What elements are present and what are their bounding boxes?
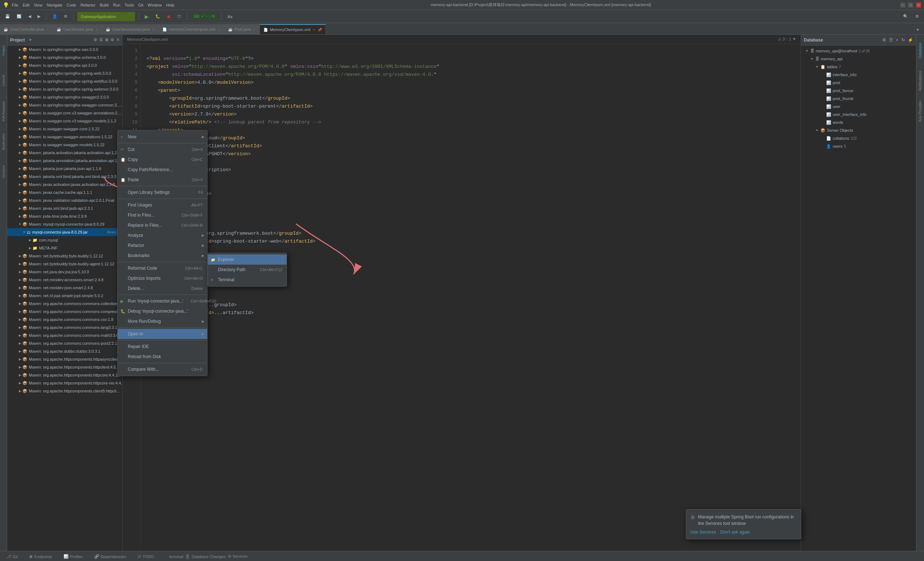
menu-item-reloaddisk[interactable]: Reload from Disk [118,352,207,362]
db-item-user-interface[interactable]: 📊 user_interface_info [801,111,916,118]
tab-close-5[interactable]: ✕ [253,27,256,32]
db-icon-list[interactable]: ☰ [889,38,893,43]
bottom-tab-profiler[interactable]: 📊 Profiler [60,552,86,561]
db-icon-refresh[interactable]: ↻ [901,38,905,43]
use-services-button[interactable]: Use Services [690,530,716,535]
db-item-post-favour[interactable]: 📊 post_favour [801,87,916,94]
db-item-memory-api[interactable]: ▼ 🗄 memory_api [801,55,916,63]
coverage-button[interactable]: 🛡 [175,12,183,21]
tree-item-mysql-jar[interactable]: ▼ 🗂 mysql-connector-java-8.0.29.jar libr… [7,228,122,236]
panel-icon-list[interactable]: ☰ [99,38,103,42]
tree-item-javax-cache[interactable]: ▶ 📦 Maven: javax.cache:cache-api:1.1.1 [7,189,122,196]
search-everywhere[interactable]: 🔍 [901,12,910,21]
tab-close[interactable]: ✕ [46,27,49,32]
tree-item-bytebuddy-agent[interactable]: ▶ 📦 Maven: net.bytebuddy:byte-buddy-agen… [7,260,122,268]
tree-item-bytebuddy[interactable]: ▶ 📦 Maven: net.bytebuddy:byte-buddy:1.12… [7,252,122,260]
db-item-tables[interactable]: ▼ 📋 tables 7 [801,63,916,71]
right-tab-provider[interactable]: Key Provider [918,97,923,126]
submenu-item-explorer[interactable]: 📁 Explorer [208,255,286,265]
toolbar-forward[interactable]: ▶ [35,12,43,21]
menu-code[interactable]: Code [67,3,76,7]
menu-file[interactable]: File [12,3,18,7]
project-tree[interactable]: ▶ 📦 Maven: io.springfox:springfox-oas:3.… [7,45,122,551]
db-item-localhost[interactable]: ▼ 🗄 memory_api@localhost 1 of 35 [801,47,916,55]
tree-item-jna[interactable]: ▶ 📦 Maven: net.java.dev.jna:jna:5.10.0 [7,268,122,276]
minimize-button[interactable]: ─ [900,3,905,8]
tab-usercontroller[interactable]: ☕ UserController.java ✕ [0,24,53,34]
tree-item-commons-lang[interactable]: ▶ 📦 Maven: org.apache.commons:commons-la… [7,324,122,332]
tree-item-springfox-oas[interactable]: ▶ 📦 Maven: io.springfox:springfox-oas:3.… [7,45,122,53]
panel-icon-gear[interactable]: ⚙ [93,38,97,42]
tree-item-springfox-webmvc[interactable]: ▶ 📦 Maven: io.springfox:springfox-spring… [7,85,122,93]
settings-button[interactable]: ⚙ [913,12,921,21]
tab-memoryclient-pom[interactable]: 📄 MemoryClient\pom.xml ✕ 📌 [260,24,326,34]
bottom-tab-todo[interactable]: ☑ TODO [134,552,158,561]
tree-item-swagger-annot[interactable]: ▶ 📦 Maven: io.swagger.core.v3:swagger-an… [7,109,122,117]
tree-item-jakarta-json[interactable]: ▶ 📦 Maven: jakarta.json:jakarta.json-api… [7,165,122,172]
menu-item-replaceinfiles[interactable]: Replace in Files... Ctrl+Shift+R [118,220,207,230]
tab-post[interactable]: ☕ Post.java ✕ [225,24,260,34]
tree-item-jakarta-annotation[interactable]: ▶ 📦 Maven: jakarta.annotation:jakarta.an… [7,157,122,165]
tree-item-httpclient5[interactable]: ▶ 📦 Maven: org.apache.httpcomponents.cli… [7,387,122,395]
menu-item-reformat[interactable]: Reformat Code Ctrl+Alt+L [118,263,207,273]
db-item-user[interactable]: 📊 user [801,102,916,111]
tab-close-6[interactable]: ✕ [313,28,315,32]
tree-item-accessors[interactable]: ▶ 📦 Maven: net.minidev:accessors-smart:2… [7,276,122,284]
tree-item-com-mysql[interactable]: ▶ 📁 com.mysql [7,236,122,244]
tree-item-javax-activation[interactable]: ▶ 📦 Maven: javax.activation:javax.activa… [7,180,122,189]
menu-run[interactable]: Run [113,3,120,7]
sidebar-pullreq-tab[interactable]: Pull Requests [1,97,6,126]
debug-button[interactable]: 🐛 [153,12,162,21]
code-editor[interactable]: <?xml version="1.0" encoding="UTF-8"?> <… [141,44,801,551]
tree-item-javax-validation[interactable]: ▶ 📦 Maven: javax.validation:validation-a… [7,196,122,204]
tree-item-commons-csv[interactable]: ▶ 📦 Maven: org.apache.commons:commons-cs… [7,315,122,324]
tree-item-mysql-parent[interactable]: ▼ 📦 Maven: mysql:mysql-connector-java:8.… [7,220,122,228]
tab-close-4[interactable]: ✕ [218,27,220,32]
menu-refactor[interactable]: Refactor [81,3,96,7]
menu-item-morerun[interactable]: More Run/Debug [118,316,207,326]
tree-item-swagger-core[interactable]: ▶ 📦 Maven: io.swagger:swagger-core:1.5.2… [7,125,122,133]
tree-item-jakarta-xml[interactable]: ▶ 📦 Maven: jakarta.xml.bind:jakarta.xml.… [7,172,122,180]
menu-item-refactor[interactable]: Refactor [118,240,207,250]
dont-ask-button[interactable]: Don't ask again [720,530,750,535]
sidebar-structure-tab[interactable]: Structure [1,158,6,186]
menu-help[interactable]: Help [166,3,174,7]
sidebar-commit-tab[interactable]: Commit [1,66,6,95]
tree-item-swagger-common[interactable]: ▶ 📦 Maven: io.springfox:springfox-swagge… [7,101,122,109]
tree-item-dubbo[interactable]: ▶ 📦 Maven: org.apache.dubbo:dubbo:3.0.3.… [7,347,122,355]
menu-tools[interactable]: Tools [124,3,134,7]
menu-item-optimize[interactable]: Optimize Imports Ctrl+Alt+O [118,273,207,284]
menu-view[interactable]: View [34,3,43,7]
tree-item-jakarta-activation[interactable]: ▶ 📦 Maven: jakarta.activation:jakarta.ac… [7,149,122,157]
menu-item-repairide[interactable]: Repair IDE [118,342,207,352]
tab-close-3[interactable]: ✕ [152,27,155,32]
db-item-collations[interactable]: 📄 collations 222 [801,134,916,142]
database-tree[interactable]: ▼ 🗄 memory_api@localhost 1 of 35 ▼ 🗄 mem… [801,45,916,551]
tab-memorycommen[interactable]: 📄 memoryCommen\pom.xml ✕ [159,24,225,34]
db-item-post[interactable]: 📊 post [801,79,916,87]
tree-item-springfox-schema[interactable]: ▶ 📦 Maven: io.springfox:springfox-schema… [7,53,122,62]
menu-item-bookmarks[interactable]: Bookmarks [118,250,207,261]
sidebar-bookmarks-tab[interactable]: Bookmarks [1,127,6,156]
menu-item-new[interactable]: + New [118,132,207,142]
tree-item-swagger-models2[interactable]: ▶ 📦 Maven: io.swagger:swagger-models:1.5… [7,141,122,149]
db-item-server-objects[interactable]: ▼ 📦 Server Objects [801,126,916,134]
tree-item-commons-pool[interactable]: ▶ 📦 Maven: org.apache.commons:commons-po… [7,339,122,347]
menu-item-copy[interactable]: 📋 Copy Ctrl+C [118,154,207,165]
db-item-words[interactable]: 📊 words [801,118,916,126]
tab-userserviceimpl[interactable]: ☕ UserServiceImpl.java ✕ [102,24,159,34]
tab-close-2[interactable]: ✕ [95,27,98,32]
tree-item-httpcore[interactable]: ▶ 📦 Maven: org.apache.httpcomponents:htt… [7,371,122,379]
menu-item-delete[interactable]: Delete... Delete [118,284,207,294]
menu-item-open-library[interactable]: Open Library Settings F4 [118,188,207,198]
submenu-item-dirpath[interactable]: Directory Path Ctrl+Alt+F12 [208,265,286,275]
maximize-button[interactable]: □ [908,3,913,8]
db-item-users[interactable]: 👤 users 5 [801,142,916,150]
run-button[interactable]: ▶ [142,12,151,21]
tree-item-json-smart[interactable]: ▶ 📦 Maven: net.minidev:json-smart:2.4.8 [7,284,122,292]
menu-item-findusages[interactable]: Find Usages Alt+F7 [118,200,207,210]
menu-item-cut[interactable]: ✂ Cut Ctrl+X [118,144,207,154]
sidebar-project-tab[interactable]: Project [1,36,6,65]
db-icon-add[interactable]: + [896,38,898,43]
menu-build[interactable]: Build [100,3,109,7]
